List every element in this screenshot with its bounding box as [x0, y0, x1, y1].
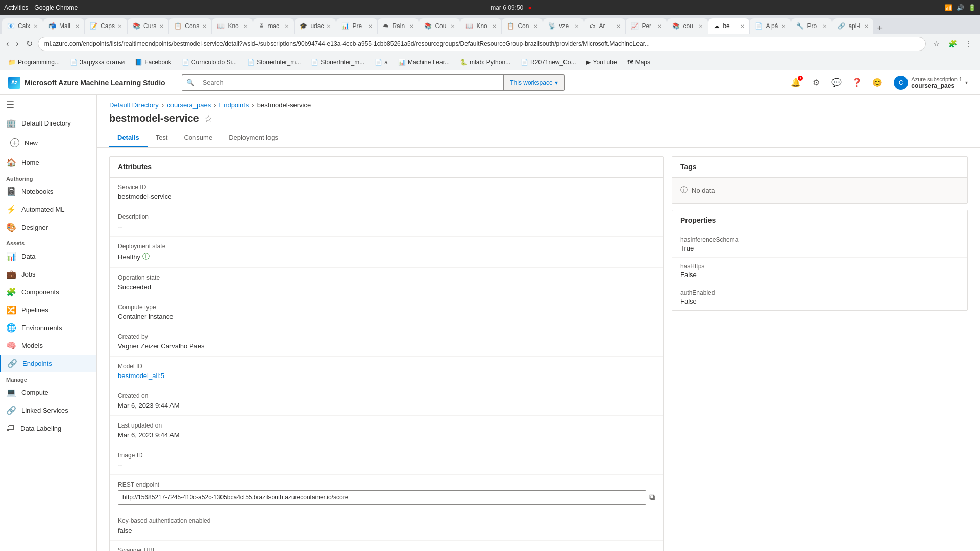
- description-value: --: [118, 222, 655, 230]
- model-id-link[interactable]: bestmodel_all:5: [118, 372, 164, 380]
- right-panel: Tags ⓘ No data Properties hasInferenceSc…: [672, 156, 968, 551]
- tab-cou2[interactable]: 📚cou✕: [667, 18, 708, 34]
- tab-mail[interactable]: 📬Mail✕: [43, 18, 84, 34]
- breadcrumb-coursera[interactable]: coursera_paes: [167, 101, 211, 109]
- tab-kno2[interactable]: 📖Kno✕: [460, 18, 501, 34]
- sidebar: ☰ 🏢 Default Directory + New 🏠 Home Autho…: [0, 95, 97, 551]
- breadcrumb-sep-3: ›: [252, 101, 254, 109]
- bookmark-programming[interactable]: 📁Programming...: [4, 58, 64, 67]
- tab-caps[interactable]: 📝Caps✕: [85, 18, 127, 34]
- bookmark-stoner2[interactable]: 📄StonerInter_m...: [307, 58, 369, 67]
- tab-be-active[interactable]: ☁be✕: [708, 18, 749, 34]
- tab-kno1[interactable]: 📖Kno✕: [212, 18, 253, 34]
- tab-consume[interactable]: Consume: [176, 129, 220, 147]
- sidebar-new-button[interactable]: + New: [4, 134, 92, 152]
- search-workspace-button[interactable]: This workspace ▾: [503, 75, 564, 90]
- search-input[interactable]: [199, 79, 504, 86]
- favorite-star-icon[interactable]: ☆: [204, 113, 212, 124]
- activities-label[interactable]: Activities: [4, 4, 28, 11]
- tab-pro[interactable]: 🔧Pro✕: [791, 18, 832, 34]
- forward-button[interactable]: ›: [14, 37, 20, 51]
- bookmark-stoner1[interactable]: 📄StonerInter_m...: [243, 58, 305, 67]
- tab-details[interactable]: Details: [109, 129, 148, 147]
- page-header: bestmodel-service ☆: [97, 109, 980, 124]
- tab-vze[interactable]: 📡vze✕: [543, 18, 584, 34]
- copy-endpoint-icon[interactable]: ⧉: [649, 493, 655, 502]
- bookmark-mlab[interactable]: 🐍mlab: Python...: [456, 58, 514, 67]
- tab-rain[interactable]: 🌧Rain✕: [378, 18, 419, 34]
- sidebar-item-data-labeling[interactable]: 🏷 Data Labeling: [0, 419, 96, 437]
- bookmark-youtube[interactable]: ▶YouTube: [582, 58, 621, 67]
- tab-api[interactable]: 🔗api-i✕: [832, 18, 873, 34]
- tab-curs[interactable]: 📚Curs✕: [128, 18, 168, 34]
- sidebar-item-endpoints[interactable]: 🔗 Endpoints: [0, 355, 96, 372]
- refresh-button[interactable]: ↻: [24, 37, 35, 51]
- account-button[interactable]: C Azure subscription 1 coursera_paes ▾: [890, 73, 972, 92]
- breadcrumb-default-directory[interactable]: Default Directory: [109, 101, 159, 109]
- sidebar-toggle-button[interactable]: ☰: [0, 95, 96, 114]
- tab-deployment-logs[interactable]: Deployment logs: [220, 129, 286, 147]
- browser-menu-icon[interactable]: ⋮: [962, 37, 976, 51]
- breadcrumb-endpoints[interactable]: Endpoints: [219, 101, 249, 109]
- sidebar-data-labeling-label: Data Labeling: [20, 424, 61, 432]
- tab-con[interactable]: 📋Con✕: [502, 18, 543, 34]
- tab-apa[interactable]: 📄A pá✕: [750, 18, 791, 34]
- tab-pre[interactable]: 📊Pre✕: [336, 18, 377, 34]
- settings-icon[interactable]: ⚙: [808, 74, 824, 91]
- sidebar-item-default-directory[interactable]: 🏢 Default Directory: [0, 114, 96, 132]
- tab-cou1[interactable]: 📚Cou✕: [419, 18, 460, 34]
- sidebar-item-models[interactable]: 🧠 Models: [0, 337, 96, 355]
- bookmark-zagruzka[interactable]: 📄Загрузка статьи: [66, 58, 129, 67]
- sidebar-item-data[interactable]: 📊 Data: [0, 247, 96, 265]
- sidebar-environments-label: Environments: [21, 324, 62, 332]
- bookmark-star-icon[interactable]: ☆: [929, 37, 943, 51]
- properties-card: Properties hasInferenceSchema True hasHt…: [672, 210, 968, 311]
- sidebar-item-automated-ml[interactable]: ⚡ Automated ML: [0, 201, 96, 218]
- sidebar-item-components[interactable]: 🧩 Components: [0, 283, 96, 301]
- healthy-label: Healthy: [118, 253, 140, 261]
- properties-header: Properties: [672, 210, 967, 231]
- operation-state-value: Succeeded: [118, 283, 655, 291]
- sidebar-item-linked-services[interactable]: 🔗 Linked Services: [0, 402, 96, 419]
- feedback-icon[interactable]: 💬: [828, 74, 845, 91]
- sidebar-item-designer[interactable]: 🎨 Designer: [0, 218, 96, 236]
- bookmark-facebook[interactable]: 📘Facebook: [131, 58, 176, 67]
- bookmark-maps[interactable]: 🗺Maps: [623, 58, 654, 67]
- bookmark-ml[interactable]: 📊Machine Lear...: [394, 58, 454, 67]
- operation-state-label: Operation state: [118, 274, 655, 281]
- sidebar-item-jobs[interactable]: 💼 Jobs: [0, 265, 96, 283]
- sidebar-designer-label: Designer: [21, 223, 48, 231]
- browser-extensions-icon[interactable]: 🧩: [945, 37, 960, 51]
- bookmark-r2071[interactable]: 📄R2071new_Co...: [517, 58, 580, 67]
- tab-ar[interactable]: 🗂Ar✕: [584, 18, 625, 34]
- new-tab-button[interactable]: +: [874, 23, 886, 34]
- tab-per[interactable]: 📈Per✕: [626, 18, 667, 34]
- bookmark-a[interactable]: 📄a: [371, 58, 392, 67]
- emoji-icon[interactable]: 😊: [869, 74, 886, 91]
- prop-has-inference-schema: hasInferenceSchema True: [672, 231, 967, 258]
- tab-cons[interactable]: 📋Cons✕: [169, 18, 211, 34]
- sidebar-item-notebooks[interactable]: 📓 Notebooks: [0, 183, 96, 201]
- sidebar-item-pipelines[interactable]: 🔀 Pipelines: [0, 301, 96, 319]
- healthy-info-icon[interactable]: ⓘ: [142, 252, 150, 261]
- help-icon[interactable]: ❓: [849, 74, 865, 91]
- tab-udac[interactable]: 🎓udac✕: [295, 18, 336, 34]
- browser-label[interactable]: Google Chrome: [34, 4, 78, 11]
- sidebar-item-compute[interactable]: 💻 Compute: [0, 384, 96, 402]
- description-label: Description: [118, 213, 655, 220]
- tab-test[interactable]: Test: [148, 129, 176, 147]
- assets-section-header: Assets: [0, 236, 96, 247]
- tab-caix[interactable]: 📧Caix✕: [2, 18, 43, 34]
- url-bar[interactable]: [38, 37, 926, 51]
- sidebar-item-home[interactable]: 🏠 Home: [0, 154, 96, 171]
- back-button[interactable]: ‹: [4, 37, 11, 51]
- service-id-value: bestmodel-service: [118, 193, 655, 201]
- bookmark-curriculo[interactable]: 📄Currículo do Si...: [178, 58, 241, 67]
- rest-endpoint-input[interactable]: [118, 490, 646, 505]
- sidebar-item-environments[interactable]: 🌐 Environments: [0, 319, 96, 337]
- sidebar-home-label: Home: [21, 159, 39, 166]
- no-data-icon: ⓘ: [680, 186, 688, 195]
- tab-mac[interactable]: 🖥mac✕: [253, 18, 294, 34]
- notifications-icon[interactable]: 🔔 1: [788, 74, 804, 91]
- header-right: 🔔 1 ⚙ 💬 ❓ 😊 C Azure subscription 1 cours…: [788, 73, 972, 92]
